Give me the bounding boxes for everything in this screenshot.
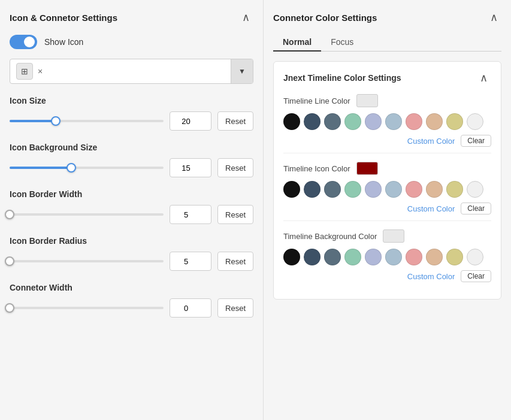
tab-normal[interactable]: Normal xyxy=(273,34,321,52)
icon-bg-size-section: Icon Background Size Reset xyxy=(10,143,253,177)
timeline-bg-color-color-3[interactable] xyxy=(344,249,361,265)
icon-clear-button[interactable]: × xyxy=(38,67,43,76)
left-panel-collapse-button[interactable]: ∧ xyxy=(238,10,253,25)
timeline-line-color-custom-color-link[interactable]: Custom Color xyxy=(407,137,455,146)
timeline-bg-color-custom-color-link[interactable]: Custom Color xyxy=(407,272,455,281)
timeline-bg-color-color-9[interactable] xyxy=(467,249,483,265)
icon-bg-size-reset-button[interactable]: Reset xyxy=(217,158,253,177)
timeline-line-color-color-5[interactable] xyxy=(385,113,402,130)
timeline-line-color-color-9[interactable] xyxy=(467,113,483,130)
color-group-collapse-button[interactable]: ∧ xyxy=(476,70,491,86)
timeline-icon-color-circles xyxy=(283,181,491,198)
timeline-bg-color-color-4[interactable] xyxy=(365,249,382,265)
timeline-icon-color-color-9[interactable] xyxy=(467,181,483,198)
timeline-line-color-label: Timeline Line Color xyxy=(283,96,350,105)
timeline-icon-color-color-7[interactable] xyxy=(426,181,443,198)
icon-bg-size-fill xyxy=(10,167,71,169)
timeline-icon-color-custom-row: Custom ColorClear xyxy=(283,203,491,214)
timeline-icon-color-color-1[interactable] xyxy=(304,181,320,198)
icon-symbol: ⊞ xyxy=(21,67,28,76)
icon-border-radius-section: Icon Border Radius Reset xyxy=(10,236,253,271)
color-group-title: Jnext Timeline Color Settings xyxy=(283,73,401,83)
timeline-icon-color-color-5[interactable] xyxy=(385,181,402,198)
timeline-bg-color-color-2[interactable] xyxy=(324,249,341,265)
timeline-bg-color-color-7[interactable] xyxy=(426,249,443,265)
icon-border-width-input[interactable] xyxy=(170,205,211,224)
timeline-bg-color-circles xyxy=(283,249,491,265)
timeline-line-color-preview[interactable] xyxy=(356,94,378,107)
timeline-icon-color-clear-button[interactable]: Clear xyxy=(461,203,491,214)
timeline-line-color-color-1[interactable] xyxy=(304,113,320,130)
icon-border-width-slider[interactable] xyxy=(10,209,164,220)
timeline-bg-color-preview[interactable] xyxy=(383,229,404,243)
timeline-icon-color-color-6[interactable] xyxy=(406,181,422,198)
timeline-icon-color-preview[interactable] xyxy=(356,162,378,175)
right-panel-collapse-button[interactable]: ∧ xyxy=(486,10,501,25)
timeline-icon-color-color-8[interactable] xyxy=(446,181,463,198)
icon-border-radius-slider[interactable] xyxy=(10,255,164,267)
timeline-bg-color-label: Timeline Background Color xyxy=(283,232,377,241)
icon-border-width-section: Icon Border Width Reset xyxy=(10,189,253,224)
left-panel-header: Icon & Connetor Settings ∧ xyxy=(10,10,253,25)
icon-size-title: Icon Size xyxy=(10,96,253,105)
timeline-bg-color-clear-button[interactable]: Clear xyxy=(461,270,491,282)
timeline-bg-color-label-row: Timeline Background Color xyxy=(283,229,491,243)
icon-border-radius-thumb[interactable] xyxy=(5,256,14,266)
connector-width-title: Connetor Width xyxy=(10,283,253,292)
icon-size-slider[interactable] xyxy=(10,115,164,127)
icon-border-radius-reset-button[interactable]: Reset xyxy=(217,252,253,271)
color-section-divider-1 xyxy=(283,220,491,221)
right-panel-header: Connetor Color Settings ∧ xyxy=(273,10,501,25)
timeline-icon-color-color-4[interactable] xyxy=(365,181,382,198)
right-panel-title: Connetor Color Settings xyxy=(273,13,377,23)
timeline-bg-color-color-8[interactable] xyxy=(446,249,463,265)
icon-size-fill xyxy=(10,120,56,122)
icon-bg-size-input[interactable] xyxy=(170,158,211,177)
icon-size-thumb[interactable] xyxy=(51,116,61,126)
timeline-bg-color-color-5[interactable] xyxy=(385,249,402,265)
icon-border-width-track xyxy=(10,213,164,216)
icon-bg-size-thumb[interactable] xyxy=(66,163,76,173)
icon-bg-size-slider[interactable] xyxy=(10,162,164,174)
timeline-bg-color-color-6[interactable] xyxy=(406,249,422,265)
timeline-line-color-color-2[interactable] xyxy=(324,113,341,130)
connector-width-thumb[interactable] xyxy=(5,303,14,313)
icon-bg-size-title: Icon Background Size xyxy=(10,143,253,152)
left-panel: Icon & Connetor Settings ∧ Show Icon ⊞ ×… xyxy=(0,0,264,420)
icon-size-input[interactable] xyxy=(170,111,211,131)
show-icon-label: Show Icon xyxy=(44,37,83,47)
timeline-line-color-color-0[interactable] xyxy=(283,113,300,130)
icon-dropdown-button[interactable]: ▼ xyxy=(231,59,253,83)
timeline-icon-color-section: Timeline Icon ColorCustom ColorClear xyxy=(283,162,491,221)
timeline-line-color-color-3[interactable] xyxy=(344,113,361,130)
timeline-icon-color-custom-color-link[interactable]: Custom Color xyxy=(407,204,455,213)
timeline-bg-color-color-1[interactable] xyxy=(304,249,320,265)
left-panel-title: Icon & Connetor Settings xyxy=(10,13,117,23)
connector-width-reset-button[interactable]: Reset xyxy=(217,298,253,318)
connector-width-input[interactable] xyxy=(170,298,211,318)
timeline-line-color-color-7[interactable] xyxy=(426,113,443,130)
icon-selector: ⊞ × ▼ xyxy=(10,59,253,84)
icon-border-width-thumb[interactable] xyxy=(5,210,14,219)
timeline-icon-color-color-2[interactable] xyxy=(324,181,341,198)
color-groups: Jnext Timeline Color Settings ∧ Timeline… xyxy=(273,61,501,300)
timeline-bg-color-color-0[interactable] xyxy=(283,249,300,265)
timeline-line-color-color-4[interactable] xyxy=(365,113,382,130)
icon-border-width-reset-button[interactable]: Reset xyxy=(217,205,253,224)
timeline-icon-color-color-0[interactable] xyxy=(283,181,300,198)
timeline-icon-color-color-3[interactable] xyxy=(344,181,361,198)
timeline-line-color-custom-row: Custom ColorClear xyxy=(283,135,491,147)
timeline-icon-color-label-row: Timeline Icon Color xyxy=(283,162,491,175)
icon-border-radius-input[interactable] xyxy=(170,252,211,271)
connector-width-slider[interactable] xyxy=(10,302,164,314)
icon-border-width-title: Icon Border Width xyxy=(10,189,253,199)
timeline-line-color-color-6[interactable] xyxy=(406,113,422,130)
icon-size-reset-button[interactable]: Reset xyxy=(217,111,253,131)
timeline-line-color-clear-button[interactable]: Clear xyxy=(461,135,491,147)
tab-focus[interactable]: Focus xyxy=(321,34,363,52)
icon-size-row: Reset xyxy=(10,111,253,131)
timeline-line-color-color-8[interactable] xyxy=(446,113,463,130)
icon-selector-main[interactable]: ⊞ × xyxy=(10,59,231,83)
show-icon-toggle[interactable] xyxy=(10,35,37,49)
color-group: Jnext Timeline Color Settings ∧ Timeline… xyxy=(273,61,501,300)
